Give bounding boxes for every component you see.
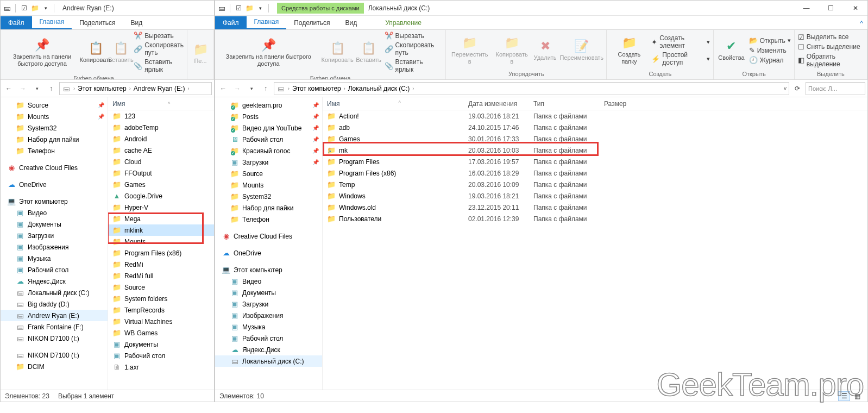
copypath-button[interactable]: 🔗Скопировать путь xyxy=(133,41,185,57)
list-item[interactable]: 📁↗mk20.03.2016 10:03Папка с файлами xyxy=(323,145,867,156)
qat-chevron-icon[interactable]: ▾ xyxy=(41,4,50,12)
cut-button[interactable]: ✂️Вырезать xyxy=(133,31,185,40)
nav-fwd[interactable]: → xyxy=(231,83,243,95)
qat-chevron-icon[interactable]: ▾ xyxy=(256,4,265,12)
list-item[interactable]: 📁TempRecords xyxy=(108,304,214,316)
properties-button[interactable]: ✔Свойства xyxy=(716,38,746,62)
tab-file[interactable]: Файл xyxy=(215,16,247,29)
list-item[interactable]: ▲Google.Drive xyxy=(108,190,214,202)
breadcrumb[interactable]: 🖴 › Этот компьютер› Andrew Ryan (E:)› xyxy=(59,82,212,95)
pastelink-button[interactable]: 📎Вставить ярлык xyxy=(383,58,444,74)
nav-quick-item[interactable]: 📁Телефон xyxy=(215,214,322,225)
copy-button[interactable]: 📋Копировать xyxy=(321,40,354,65)
list-item[interactable]: ▣Рабочий стол xyxy=(108,350,214,361)
delete-button[interactable]: ✖Удалить xyxy=(532,38,558,62)
list-item[interactable]: 📁Program Files (x86)16.03.2016 18:29Папк… xyxy=(323,167,867,179)
nav-quick-item[interactable]: 📁Набор для пайки xyxy=(215,202,322,214)
nav-up[interactable]: ↑ xyxy=(45,83,57,95)
nav-pc-item[interactable]: ▣Музыка xyxy=(1,253,108,264)
titlebar[interactable]: 🖴 ☑ 📁 ▾ Средства работы с дисками Локаль… xyxy=(215,1,867,16)
nav-recent[interactable]: ▾ xyxy=(31,83,43,95)
nav-thispc[interactable]: 💻Этот компьютер xyxy=(215,264,322,276)
list-item[interactable]: 📁123 xyxy=(108,110,214,122)
nav-pc-item[interactable]: ▣Изображения xyxy=(1,241,108,253)
list-item[interactable]: 📁Пользователи02.01.2016 12:39Папка с фай… xyxy=(323,213,867,224)
file-list[interactable]: Имя^ Дата изменения Тип Размер 📁Action!1… xyxy=(323,97,867,390)
nav-thispc[interactable]: 💻Этот компьютер xyxy=(1,196,108,207)
nav-quick-item[interactable]: 📁Набор для пайки xyxy=(1,134,108,145)
list-item[interactable]: 📁Hyper-V xyxy=(108,202,214,213)
collapse-ribbon-icon[interactable]: ^ xyxy=(856,17,867,29)
nav-pane[interactable]: 📁Source📌📁Mounts📌📁System32📁Набор для пайк… xyxy=(1,97,108,390)
nav-quick-item[interactable]: 📁Mounts📌 xyxy=(1,111,108,122)
nav-extra-item[interactable]: 🖴NIKON D7100 (I:) xyxy=(1,349,108,361)
nav-pc-item[interactable]: ▣Загрузки xyxy=(215,298,322,310)
view-details-button[interactable]: ☰ xyxy=(838,391,850,401)
selectinvert-button[interactable]: ◧Обратить выделение xyxy=(797,52,865,68)
nav-pc-item[interactable]: 🖴NIKON D7100 (I:) xyxy=(1,333,108,344)
nav-quick-item[interactable]: 📁Source xyxy=(215,168,322,179)
tab-home[interactable]: Главная xyxy=(32,15,72,29)
list-item[interactable]: 📁Mounts xyxy=(108,236,214,247)
file-list[interactable]: Имя^ 📁123📁adobeTemp📁Android📁cache AE📁Clo… xyxy=(108,97,214,390)
list-header[interactable]: Имя^ Дата изменения Тип Размер xyxy=(323,97,867,110)
nav-pc-item[interactable]: ▣Музыка xyxy=(215,321,322,333)
nav-pc-item[interactable]: ▣Видео xyxy=(215,276,322,287)
nav-quick-item[interactable]: 📁✓Видео для YouTube📌 xyxy=(215,122,322,134)
moveto-button[interactable]: 📁Пе... xyxy=(190,41,211,66)
minimize-button[interactable]: — xyxy=(794,1,819,16)
titlebar[interactable]: 🖴 ☑ 📁 ▾ Andrew Ryan (E:) xyxy=(1,1,214,16)
cut-button[interactable]: ✂️Вырезать xyxy=(383,31,444,40)
qat-properties-icon[interactable]: ☑ xyxy=(20,4,28,12)
list-item[interactable]: 📁Action!19.03.2016 18:21Папка с файлами xyxy=(323,110,867,122)
nav-back[interactable]: ← xyxy=(217,83,229,95)
tab-share[interactable]: Поделиться xyxy=(72,16,123,29)
copyto-button[interactable]: 📁Копировать в xyxy=(492,35,531,66)
nav-fwd[interactable]: → xyxy=(17,83,29,95)
qat-newfolder-icon[interactable]: 📁 xyxy=(245,4,254,12)
nav-back[interactable]: ← xyxy=(3,83,15,95)
paste-button[interactable]: 📋Вставить xyxy=(355,40,382,65)
nav-pc-item[interactable]: ▣Документы xyxy=(1,218,108,230)
tab-manage[interactable]: Управление xyxy=(378,16,429,29)
selectnone-button[interactable]: ☐Снять выделение xyxy=(797,42,865,52)
paste-button[interactable]: 📋Вставить xyxy=(110,40,131,65)
tab-view[interactable]: Вид xyxy=(123,16,150,29)
nav-pc-item[interactable]: 🖴Локальный диск (C:) xyxy=(215,355,322,367)
qat-newfolder-icon[interactable]: 📁 xyxy=(30,4,39,12)
nav-onedrive[interactable]: ☁OneDrive xyxy=(1,179,108,190)
copypath-button[interactable]: 🔗Скопировать путь xyxy=(383,41,444,57)
nav-pc-item[interactable]: ▣Рабочий стол xyxy=(215,333,322,344)
list-item[interactable]: ▣Документы xyxy=(108,339,214,350)
open-button[interactable]: 📂Открыть ▾ xyxy=(748,36,792,45)
view-icons-button[interactable]: ▦ xyxy=(851,391,863,401)
nav-quick-item[interactable]: 🖥Рабочий стол📌 xyxy=(215,134,322,145)
list-item[interactable]: 📁Mega xyxy=(108,213,214,224)
tab-share[interactable]: Поделиться xyxy=(286,16,337,29)
list-item[interactable]: 📁adobeTemp xyxy=(108,122,214,133)
list-item[interactable]: 📁Android xyxy=(108,133,214,145)
nav-pane[interactable]: 📁✓geekteam.pro📌📁✓Posts📌📁✓Видео для YouTu… xyxy=(215,97,323,390)
nav-onedrive[interactable]: ☁OneDrive xyxy=(215,247,322,259)
list-item[interactable]: 📁Temp20.03.2016 10:09Папка с файлами xyxy=(323,179,867,190)
nav-quick-item[interactable]: 📁✓Красивый голос📌 xyxy=(215,145,322,157)
list-item[interactable]: 📁Program Files17.03.2016 19:57Папка с фа… xyxy=(323,156,867,167)
nav-quick-item[interactable]: 📁✓Posts📌 xyxy=(215,111,322,122)
nav-pc-item[interactable]: ▣Изображения xyxy=(215,310,322,321)
search-input[interactable]: Поиск: Л... xyxy=(806,82,865,95)
list-item[interactable]: 📁System folders xyxy=(108,293,214,304)
nav-quick-item[interactable]: 📁System32 xyxy=(215,191,322,202)
list-header[interactable]: Имя^ xyxy=(108,97,214,110)
nav-pc-item[interactable]: ▣Загрузки xyxy=(1,230,108,241)
nav-quick-item[interactable]: 📁Mounts xyxy=(215,179,322,191)
nav-pc-item[interactable]: ▣Видео xyxy=(1,207,108,218)
list-item[interactable]: 🗎1.axr xyxy=(108,361,214,373)
nav-pc-item[interactable]: 🖴Локальный диск (C:) xyxy=(1,287,108,298)
edit-button[interactable]: ✎Изменить xyxy=(748,46,792,55)
list-item[interactable]: 📁Windows19.03.2016 18:21Папка с файлами xyxy=(323,190,867,202)
nav-pc-item[interactable]: ☁Яндекс.Диск xyxy=(215,344,322,355)
list-item[interactable]: 📁RedMi full xyxy=(108,270,214,281)
list-item[interactable]: 📁cache AE xyxy=(108,145,214,156)
list-item[interactable]: 📁Games xyxy=(108,179,214,190)
nav-quick-item[interactable]: 📁Source📌 xyxy=(1,99,108,111)
